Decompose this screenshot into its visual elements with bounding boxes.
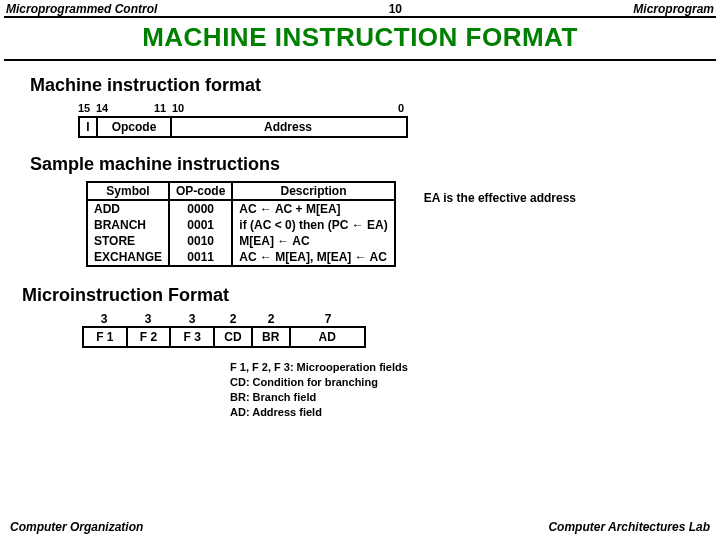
cell-f2: F 2 bbox=[128, 328, 172, 346]
header-left: Microprogrammed Control bbox=[6, 2, 157, 16]
w-3b: 3 bbox=[126, 312, 170, 326]
table-row: EXCHANGE 0011 AC ← M[EA], M[EA] ← AC bbox=[88, 249, 394, 265]
micro-legend: F 1, F 2, F 3: Microoperation fields CD:… bbox=[230, 360, 720, 419]
mif-address: Address bbox=[172, 118, 404, 136]
header-right: Microprogram bbox=[633, 2, 714, 16]
table-row: ADD 0000 AC ← AC + M[EA] bbox=[88, 200, 394, 217]
legend-ad: AD: Address field bbox=[230, 405, 720, 420]
table-row: STORE 0010 M[EA] ← AC bbox=[88, 233, 394, 249]
w-3a: 3 bbox=[82, 312, 126, 326]
col-desc: Description bbox=[232, 183, 393, 200]
ea-note: EA is the effective address bbox=[424, 191, 576, 205]
w-2a: 2 bbox=[214, 312, 252, 326]
slide-header: Microprogrammed Control 10 Microprogram bbox=[0, 0, 720, 16]
w-7: 7 bbox=[290, 312, 366, 326]
bit-0: 0 bbox=[398, 102, 404, 114]
bit-15: 15 bbox=[78, 102, 90, 114]
bit-10: 10 bbox=[172, 102, 184, 114]
w-2b: 2 bbox=[252, 312, 290, 326]
legend-cd: CD: Condition for branching bbox=[230, 375, 720, 390]
sample-table: Symbol OP-code Description ADD 0000 AC ←… bbox=[86, 181, 396, 267]
cell-cd: CD bbox=[215, 328, 253, 346]
table-row: BRANCH 0001 if (AC < 0) then (PC ← EA) bbox=[88, 217, 394, 233]
bit-11: 11 bbox=[154, 102, 166, 114]
mif-opcode: Opcode bbox=[98, 118, 172, 136]
mif-i: I bbox=[80, 118, 98, 136]
footer-left: Computer Organization bbox=[10, 520, 143, 534]
footer-right: Computer Architectures Lab bbox=[548, 520, 710, 534]
sample-heading: Sample machine instructions bbox=[30, 154, 720, 175]
mif-diagram: 15 14 11 10 0 I Opcode Address bbox=[78, 102, 720, 138]
slide-title: MACHINE INSTRUCTION FORMAT bbox=[4, 16, 716, 61]
micro-heading: Microinstruction Format bbox=[22, 285, 720, 306]
cell-br: BR bbox=[253, 328, 291, 346]
cell-ad: AD bbox=[291, 328, 364, 346]
legend-br: BR: Branch field bbox=[230, 390, 720, 405]
cell-f3: F 3 bbox=[171, 328, 215, 346]
slide-footer: Computer Organization Computer Architect… bbox=[0, 520, 720, 534]
mif-heading: Machine instruction format bbox=[30, 75, 720, 96]
col-symbol: Symbol bbox=[88, 183, 169, 200]
w-3c: 3 bbox=[170, 312, 214, 326]
legend-f: F 1, F 2, F 3: Microoperation fields bbox=[230, 360, 720, 375]
cell-f1: F 1 bbox=[84, 328, 128, 346]
bit-14: 14 bbox=[96, 102, 108, 114]
col-opcode: OP-code bbox=[169, 183, 232, 200]
header-center: 10 bbox=[389, 2, 402, 16]
micro-diagram: 3 3 3 2 2 7 F 1 F 2 F 3 CD BR AD bbox=[82, 312, 720, 348]
